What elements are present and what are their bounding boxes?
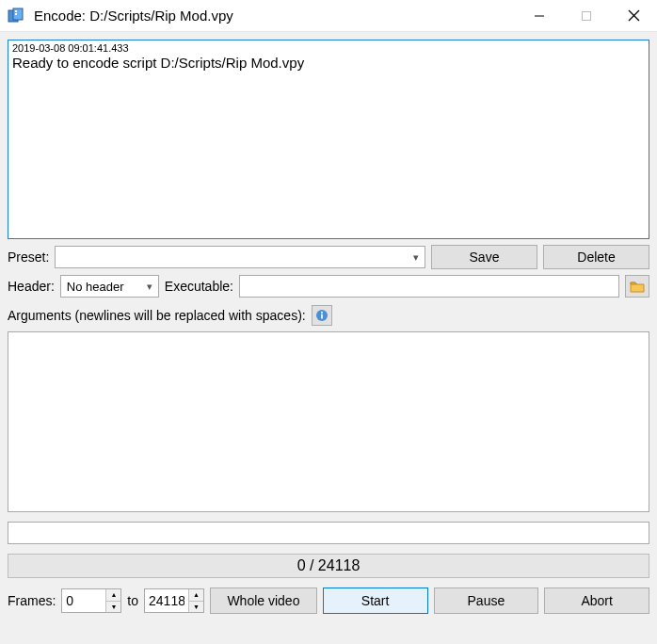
header-row: Header: No header ▾ Executable: — [8, 275, 649, 298]
preset-combo[interactable]: ▾ — [55, 246, 425, 268]
arguments-label-row: Arguments (newlines will be replaced wit… — [8, 305, 649, 326]
commandline-output[interactable] — [8, 522, 649, 544]
log-timestamp: 2019-03-08 09:01:41.433 — [12, 42, 645, 55]
frames-to-label: to — [127, 593, 138, 608]
pause-button[interactable]: Pause — [434, 588, 539, 614]
preset-label: Preset: — [8, 250, 49, 265]
whole-video-button[interactable]: Whole video — [210, 588, 317, 614]
spin-buttons: ▲ ▼ — [188, 589, 203, 612]
titlebar: Encode: D:/Scripts/Rip Mod.vpy — [0, 0, 657, 32]
arguments-input[interactable] — [8, 331, 649, 512]
browse-button[interactable] — [625, 275, 649, 298]
minimize-button[interactable] — [516, 0, 563, 31]
progress-bar: 0 / 24118 — [8, 554, 649, 578]
folder-icon — [630, 280, 645, 293]
frames-to-input[interactable] — [145, 589, 188, 612]
svg-rect-2 — [15, 10, 17, 12]
maximize-button[interactable] — [563, 0, 610, 31]
frames-to-spinner[interactable]: ▲ ▼ — [144, 588, 204, 613]
frames-label: Frames: — [8, 593, 56, 608]
executable-input[interactable] — [239, 275, 619, 298]
spin-buttons: ▲ ▼ — [105, 589, 120, 612]
frames-from-input[interactable] — [62, 589, 105, 612]
spin-down-icon[interactable]: ▼ — [106, 602, 120, 613]
chevron-down-icon: ▾ — [147, 281, 152, 293]
window-title: Encode: D:/Scripts/Rip Mod.vpy — [34, 8, 516, 24]
svg-point-9 — [321, 312, 323, 314]
abort-button[interactable]: Abort — [544, 588, 649, 614]
svg-rect-5 — [583, 11, 591, 20]
spin-up-icon[interactable]: ▲ — [106, 589, 120, 602]
window-controls — [516, 0, 657, 31]
arguments-label: Arguments (newlines will be replaced wit… — [8, 308, 306, 323]
preset-row: Preset: ▾ Save Delete — [8, 245, 649, 269]
log-output[interactable]: 2019-03-08 09:01:41.433 Ready to encode … — [8, 40, 649, 239]
executable-label: Executable: — [165, 279, 233, 294]
close-button[interactable] — [610, 0, 657, 31]
content-area: 2019-03-08 09:01:41.433 Ready to encode … — [0, 32, 657, 644]
frames-row: Frames: ▲ ▼ to ▲ ▼ Whole video Start Pau… — [8, 588, 649, 614]
save-button[interactable]: Save — [431, 245, 537, 269]
arguments-info-button[interactable] — [312, 305, 332, 326]
start-button[interactable]: Start — [323, 588, 428, 614]
frames-from-spinner[interactable]: ▲ ▼ — [61, 588, 121, 613]
header-combo[interactable]: No header ▾ — [60, 275, 159, 298]
svg-rect-1 — [13, 8, 23, 20]
chevron-down-icon: ▾ — [413, 251, 419, 264]
spin-down-icon[interactable]: ▼ — [189, 602, 203, 613]
progress-text: 0 / 24118 — [297, 557, 361, 574]
log-message: Ready to encode script D:/Scripts/Rip Mo… — [12, 55, 645, 72]
svg-rect-10 — [321, 314, 323, 319]
app-icon — [6, 6, 26, 26]
spin-up-icon[interactable]: ▲ — [189, 589, 203, 602]
delete-button[interactable]: Delete — [543, 245, 649, 269]
svg-rect-3 — [15, 13, 17, 15]
header-label: Header: — [8, 279, 55, 294]
info-icon — [315, 309, 328, 322]
header-value: No header — [67, 280, 124, 294]
